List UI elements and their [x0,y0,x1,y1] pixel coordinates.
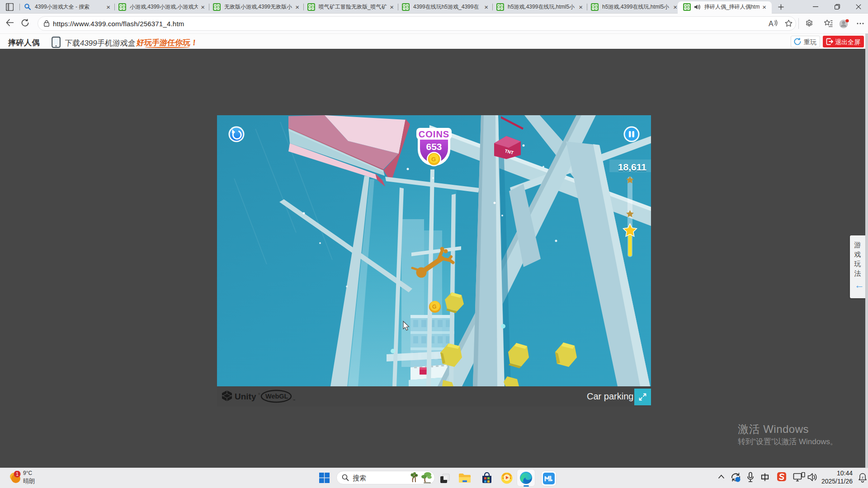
svg-text:z: z [862,475,863,479]
svg-text:18,611: 18,611 [618,162,646,172]
svg-text:®: ® [258,393,260,395]
svg-text:1: 1 [16,471,19,477]
svg-text:A: A [769,20,774,28]
svg-text:™: ™ [292,399,295,402]
svg-text:Unity: Unity [235,392,256,401]
svg-text:G: G [432,304,436,310]
svg-text:WebGL: WebGL [265,393,288,400]
svg-text:653: 653 [426,141,442,152]
svg-text:G: G [431,156,436,163]
svg-text:COINS: COINS [419,129,449,139]
